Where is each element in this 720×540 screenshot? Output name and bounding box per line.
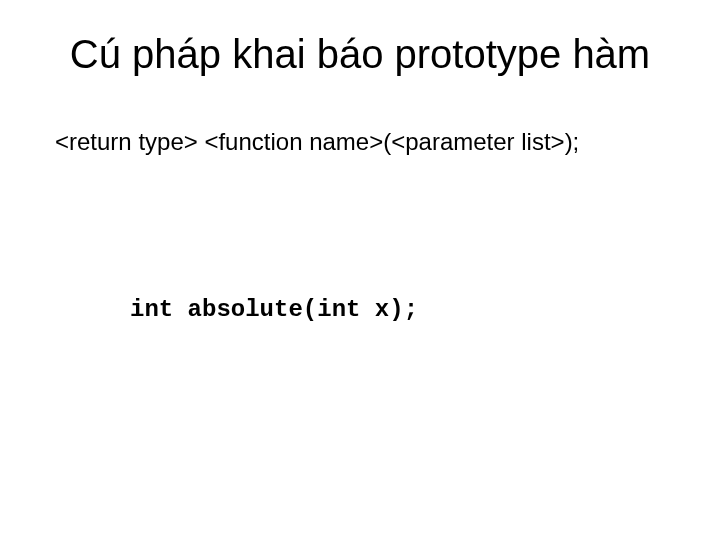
code-example: int absolute(int x);	[130, 296, 670, 323]
slide-title: Cú pháp khai báo prototype hàm	[50, 30, 670, 78]
syntax-declaration: <return type> <function name>(<parameter…	[55, 128, 670, 156]
slide-container: Cú pháp khai báo prototype hàm <return t…	[0, 0, 720, 540]
